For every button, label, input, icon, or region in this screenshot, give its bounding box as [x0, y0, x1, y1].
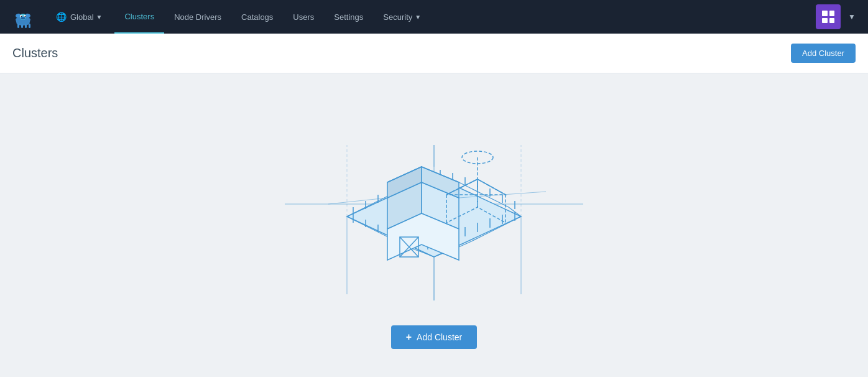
app-switcher-grid [822, 11, 834, 23]
nav-items: Clusters Node Drivers Catalogs Users Set… [114, 0, 816, 34]
nav-item-security[interactable]: Security ▼ [373, 0, 431, 34]
nav-item-clusters[interactable]: Clusters [114, 0, 164, 34]
nav-item-node-drivers[interactable]: Node Drivers [164, 0, 231, 34]
page-header: Clusters Add Cluster [0, 34, 868, 73]
grid-cell-3 [822, 18, 828, 24]
nav-item-users[interactable]: Users [283, 0, 324, 34]
empty-state-illustration [285, 108, 583, 307]
page-title: Clusters [12, 46, 58, 60]
add-cluster-button[interactable]: Add Cluster [791, 44, 856, 63]
plus-icon: + [406, 332, 412, 343]
grid-cell-1 [822, 11, 828, 16]
svg-rect-11 [21, 24, 23, 28]
svg-point-9 [24, 17, 25, 19]
add-cluster-center-label: Add Cluster [417, 332, 462, 342]
svg-rect-13 [29, 24, 30, 28]
nav-item-settings[interactable]: Settings [324, 0, 373, 34]
svg-rect-12 [25, 24, 27, 28]
cluster-illustration [285, 108, 583, 307]
app-switcher-button[interactable] [816, 4, 841, 29]
svg-point-7 [21, 17, 25, 20]
global-label: Global [70, 12, 94, 22]
grid-cell-2 [829, 11, 835, 16]
global-chevron-icon: ▼ [96, 14, 103, 21]
add-cluster-center-button[interactable]: + Add Cluster [391, 325, 478, 349]
svg-rect-10 [17, 24, 19, 28]
grid-cell-4 [829, 18, 835, 24]
globe-icon: 🌐 [56, 12, 67, 22]
empty-state: + Add Cluster [12, 108, 856, 349]
global-dropdown[interactable]: 🌐 Global ▼ [48, 8, 109, 26]
nav-item-catalogs[interactable]: Catalogs [231, 0, 283, 34]
app-switcher-chevron-icon[interactable]: ▼ [843, 12, 861, 21]
navbar: 🌐 Global ▼ Clusters Node Drivers Catalog… [0, 0, 868, 34]
svg-point-6 [25, 16, 26, 17]
main-content: + Add Cluster [0, 73, 868, 377]
security-chevron-icon: ▼ [415, 14, 421, 21]
svg-point-8 [22, 17, 23, 19]
navbar-right: ▼ [816, 4, 861, 29]
app-logo[interactable] [7, 6, 39, 28]
